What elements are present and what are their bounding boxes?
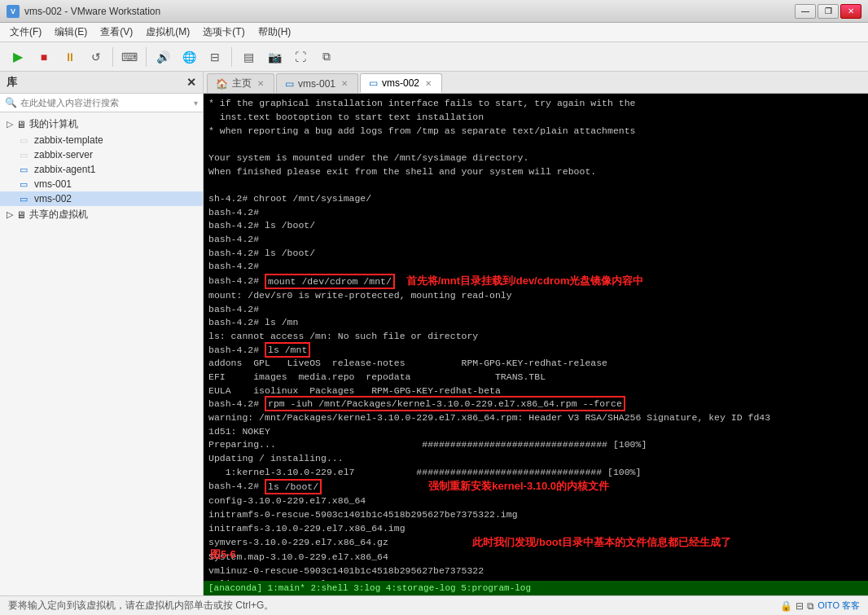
tree-label-zabbix-template: zabbix-template [34, 134, 103, 146]
snapshot-button[interactable]: 📷 [263, 46, 286, 68]
tree-node-vms-001[interactable]: ▭ vms-001 [0, 177, 203, 191]
tab-home[interactable]: 🏠 主页 ✕ [207, 73, 274, 93]
send-key-button[interactable]: ⌨ [118, 46, 141, 68]
vm-icon-3: ▭ [20, 165, 28, 175]
vms002-tab-icon: ▭ [369, 77, 378, 89]
sidebar-title: 库 [7, 75, 17, 90]
shared-expand-icon: ▷ [7, 209, 13, 220]
terminal-bottom-bar: [anaconda] 1:main* 2:shell 3:log 4:stora… [204, 581, 868, 595]
content-area: 🏠 主页 ✕ ▭ vms-001 ✕ ▭ vms-002 ✕ * if the … [204, 72, 868, 595]
display-status-icon: ⧉ [807, 600, 814, 612]
vm-icon-1: ▭ [20, 135, 28, 146]
menu-tabs[interactable]: 选项卡(T) [196, 24, 251, 41]
toolbar-separator3 [231, 47, 232, 67]
home-tab-close[interactable]: ✕ [256, 79, 265, 88]
window-title: vms-002 - VMware Workstation [24, 6, 795, 17]
usb-button[interactable]: ⊟ [204, 46, 226, 68]
play-button[interactable]: ▶ [7, 46, 29, 68]
tree-label-vms-002: vms-002 [34, 193, 72, 204]
menubar: 文件(F) 编辑(E) 查看(V) 虚拟机(M) 选项卡(T) 帮助(H) [0, 23, 868, 42]
terminal-session-bar: [anaconda] 1:main* 2:shell 3:log 4:stora… [208, 583, 531, 593]
status-text: 要将输入定向到该虚拟机，请在虚拟机内部单击或按 Ctrl+G。 [8, 599, 274, 613]
menu-edit[interactable]: 编辑(E) [48, 24, 94, 41]
search-dropdown-icon[interactable]: ▾ [194, 99, 198, 108]
tree-label-zabbix-server: zabbix-server [34, 149, 93, 160]
menu-view[interactable]: 查看(V) [94, 24, 139, 41]
sidebar-close-icon[interactable]: ✕ [186, 76, 196, 89]
tree-node-zabbix-agent1[interactable]: ▭ zabbix-agent1 [0, 162, 203, 177]
sidebar-search-bar[interactable]: 🔍 ▾ [0, 94, 203, 112]
toolbar: ▶ ■ ⏸ ↺ ⌨ 🔊 🌐 ⊟ ▤ 📷 ⛶ ⧉ [0, 42, 868, 72]
search-input[interactable] [20, 98, 194, 108]
menu-help[interactable]: 帮助(H) [252, 24, 298, 41]
tab-vms002[interactable]: ▭ vms-002 ✕ [360, 73, 442, 93]
app-icon: V [7, 5, 20, 18]
vms002-tab-close[interactable]: ✕ [423, 79, 433, 88]
vms002-tab-label: vms-002 [382, 77, 419, 89]
home-tab-icon: 🏠 [216, 78, 228, 90]
unity-button[interactable]: ⧉ [315, 46, 338, 68]
refresh-button[interactable]: ↺ [85, 46, 107, 68]
audio-button[interactable]: 🔊 [151, 46, 174, 68]
sidebar-header: 库 ✕ [0, 72, 203, 94]
tree-label-vms-001: vms-001 [34, 178, 72, 190]
vm-tree: ▷ 🖥 我的计算机 ▭ zabbix-template ▭ zabbix-ser… [0, 112, 203, 595]
figure-label: 图5-6 [210, 547, 236, 563]
network-button[interactable]: 🌐 [178, 46, 200, 68]
tree-label-zabbix-agent1: zabbix-agent1 [34, 164, 95, 175]
display-button[interactable]: ▤ [237, 46, 260, 68]
minimize-button[interactable]: — [795, 4, 816, 19]
vm-icon-2: ▭ [20, 150, 28, 160]
vms001-tab-icon: ▭ [285, 78, 294, 90]
menu-vm[interactable]: 虚拟机(M) [139, 24, 196, 41]
menu-file[interactable]: 文件(F) [3, 24, 48, 41]
terminal-content: * if the graphical installation interfac… [208, 97, 863, 581]
home-tab-label: 主页 [232, 77, 252, 90]
tree-node-shared-vms[interactable]: ▷ 🖥 共享的虚拟机 [0, 206, 203, 223]
network-status-icon: ⊟ [796, 600, 804, 612]
search-icon: 🔍 [5, 97, 17, 108]
toolbar-separator2 [146, 47, 147, 67]
fullscreen-button[interactable]: ⛶ [289, 46, 312, 68]
terminal-display[interactable]: * if the graphical installation interfac… [204, 94, 868, 581]
lock-icon: 🔒 [780, 600, 792, 612]
titlebar: V vms-002 - VMware Workstation — ❐ ✕ [0, 0, 868, 23]
tree-node-my-computer[interactable]: ▷ 🖥 我的计算机 [0, 116, 203, 133]
main-area: 库 ✕ 🔍 ▾ ▷ 🖥 我的计算机 ▭ zabbix-template [0, 72, 868, 595]
tree-label-my-computer: 我的计算机 [29, 117, 78, 131]
vms001-tab-close[interactable]: ✕ [340, 79, 349, 88]
tab-vms001[interactable]: ▭ vms-001 ✕ [276, 73, 358, 93]
vms001-tab-label: vms-001 [298, 78, 335, 90]
toolbar-separator [112, 47, 113, 67]
sidebar: 库 ✕ 🔍 ▾ ▷ 🖥 我的计算机 ▭ zabbix-template [0, 72, 204, 595]
shared-vm-icon: 🖥 [16, 209, 26, 221]
vm-icon-5: ▭ [20, 194, 28, 204]
tab-bar: 🏠 主页 ✕ ▭ vms-001 ✕ ▭ vms-002 ✕ [204, 72, 868, 94]
computer-icon: 🖥 [16, 119, 26, 130]
vm-icon-4: ▭ [20, 179, 28, 190]
stop-button[interactable]: ■ [33, 46, 55, 68]
statusbar: 要将输入定向到该虚拟机，请在虚拟机内部单击或按 Ctrl+G。 🔒 ⊟ ⧉ OI… [0, 595, 868, 615]
window-controls: — ❐ ✕ [795, 4, 861, 19]
tree-node-zabbix-template[interactable]: ▭ zabbix-template [0, 133, 203, 147]
tree-label-shared: 共享的虚拟机 [29, 208, 88, 222]
pause-button[interactable]: ⏸ [59, 46, 81, 68]
close-button[interactable]: ✕ [840, 4, 861, 19]
expand-icon: ▷ [7, 119, 13, 130]
tree-node-vms-002[interactable]: ▭ vms-002 [0, 191, 203, 206]
tree-node-zabbix-server[interactable]: ▭ zabbix-server [0, 147, 203, 162]
status-icons: 🔒 ⊟ ⧉ OITO 客客 [780, 600, 860, 612]
brand-label: OITO 客客 [818, 600, 860, 612]
restore-button[interactable]: ❐ [818, 4, 839, 19]
